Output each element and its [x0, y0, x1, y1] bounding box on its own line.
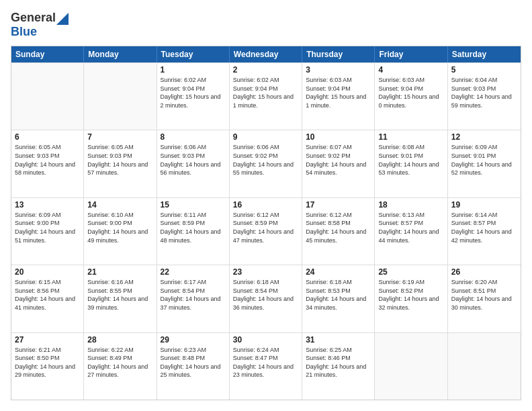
sun-info: Sunrise: 6:19 AM Sunset: 8:52 PM Dayligh… [378, 278, 443, 312]
day-number: 3 [306, 65, 371, 75]
day-number: 19 [451, 200, 517, 210]
calendar-header-cell: Saturday [448, 46, 521, 62]
day-number: 20 [15, 267, 80, 277]
day-number: 7 [87, 132, 152, 142]
calendar-header-cell: Monday [84, 46, 157, 62]
day-number: 30 [233, 335, 298, 345]
calendar-cell: 16Sunrise: 6:12 AM Sunset: 8:59 PM Dayli… [230, 198, 302, 265]
day-number: 18 [378, 200, 443, 210]
logo-general: General [11, 11, 56, 24]
sun-info: Sunrise: 6:06 AM Sunset: 9:03 PM Dayligh… [161, 143, 226, 177]
calendar-cell: 9Sunrise: 6:06 AM Sunset: 9:02 PM Daylig… [230, 130, 302, 197]
day-number: 14 [87, 200, 152, 210]
calendar-cell: 13Sunrise: 6:09 AM Sunset: 9:00 PM Dayli… [11, 198, 84, 265]
calendar-cell: 24Sunrise: 6:18 AM Sunset: 8:53 PM Dayli… [302, 265, 375, 332]
sun-info: Sunrise: 6:02 AM Sunset: 9:04 PM Dayligh… [233, 76, 298, 109]
calendar-week-row: 27Sunrise: 6:21 AM Sunset: 8:50 PM Dayli… [11, 332, 521, 400]
day-number: 25 [378, 267, 443, 277]
logo-text: General Blue [11, 11, 69, 39]
sun-info: Sunrise: 6:09 AM Sunset: 9:01 PM Dayligh… [451, 143, 517, 177]
sun-info: Sunrise: 6:04 AM Sunset: 9:03 PM Dayligh… [451, 76, 517, 109]
logo-triangle-icon [56, 13, 69, 25]
calendar-cell: 7Sunrise: 6:05 AM Sunset: 9:03 PM Daylig… [84, 130, 157, 197]
calendar-cell: 18Sunrise: 6:13 AM Sunset: 8:57 PM Dayli… [375, 198, 447, 265]
calendar-cell: 31Sunrise: 6:25 AM Sunset: 8:46 PM Dayli… [302, 333, 375, 400]
sun-info: Sunrise: 6:16 AM Sunset: 8:55 PM Dayligh… [87, 278, 152, 312]
sun-info: Sunrise: 6:13 AM Sunset: 8:57 PM Dayligh… [378, 211, 443, 244]
day-number: 10 [306, 132, 371, 142]
day-number: 29 [161, 335, 226, 345]
calendar-cell: 1Sunrise: 6:02 AM Sunset: 9:04 PM Daylig… [157, 63, 230, 130]
calendar-cell: 26Sunrise: 6:20 AM Sunset: 8:51 PM Dayli… [448, 265, 521, 332]
calendar-cell: 21Sunrise: 6:16 AM Sunset: 8:55 PM Dayli… [84, 265, 157, 332]
calendar-cell [448, 333, 521, 400]
calendar-cell: 29Sunrise: 6:23 AM Sunset: 8:48 PM Dayli… [157, 333, 230, 400]
sun-info: Sunrise: 6:18 AM Sunset: 8:54 PM Dayligh… [233, 278, 298, 312]
sun-info: Sunrise: 6:10 AM Sunset: 9:00 PM Dayligh… [87, 211, 152, 244]
calendar-cell: 15Sunrise: 6:11 AM Sunset: 8:59 PM Dayli… [157, 198, 230, 265]
calendar-cell: 5Sunrise: 6:04 AM Sunset: 9:03 PM Daylig… [448, 63, 521, 130]
sun-info: Sunrise: 6:07 AM Sunset: 9:02 PM Dayligh… [306, 143, 371, 177]
day-number: 9 [233, 132, 298, 142]
calendar-header-cell: Thursday [302, 46, 375, 62]
day-number: 1 [161, 65, 226, 75]
day-number: 17 [306, 200, 371, 210]
day-number: 23 [233, 267, 298, 277]
calendar-cell: 12Sunrise: 6:09 AM Sunset: 9:01 PM Dayli… [448, 130, 521, 197]
calendar-cell: 6Sunrise: 6:05 AM Sunset: 9:03 PM Daylig… [11, 130, 84, 197]
calendar-cell: 14Sunrise: 6:10 AM Sunset: 9:00 PM Dayli… [84, 198, 157, 265]
day-number: 27 [15, 335, 80, 345]
calendar-week-row: 13Sunrise: 6:09 AM Sunset: 9:00 PM Dayli… [11, 197, 521, 265]
sun-info: Sunrise: 6:08 AM Sunset: 9:01 PM Dayligh… [378, 143, 443, 177]
sun-info: Sunrise: 6:17 AM Sunset: 8:54 PM Dayligh… [161, 278, 226, 312]
sun-info: Sunrise: 6:03 AM Sunset: 9:04 PM Dayligh… [306, 76, 371, 109]
calendar-cell: 3Sunrise: 6:03 AM Sunset: 9:04 PM Daylig… [302, 63, 375, 130]
day-number: 12 [451, 132, 517, 142]
calendar-cell: 10Sunrise: 6:07 AM Sunset: 9:02 PM Dayli… [302, 130, 375, 197]
day-number: 22 [161, 267, 226, 277]
calendar: SundayMondayTuesdayWednesdayThursdayFrid… [11, 46, 521, 400]
day-number: 11 [378, 132, 443, 142]
calendar-header-cell: Wednesday [230, 46, 302, 62]
sun-info: Sunrise: 6:09 AM Sunset: 9:00 PM Dayligh… [15, 211, 80, 244]
sun-info: Sunrise: 6:14 AM Sunset: 8:57 PM Dayligh… [451, 211, 517, 244]
sun-info: Sunrise: 6:12 AM Sunset: 8:59 PM Dayligh… [233, 211, 298, 244]
sun-info: Sunrise: 6:20 AM Sunset: 8:51 PM Dayligh… [451, 278, 517, 312]
sun-info: Sunrise: 6:18 AM Sunset: 8:53 PM Dayligh… [306, 278, 371, 312]
sun-info: Sunrise: 6:23 AM Sunset: 8:48 PM Dayligh… [161, 346, 226, 379]
calendar-cell: 25Sunrise: 6:19 AM Sunset: 8:52 PM Dayli… [375, 265, 447, 332]
calendar-cell: 8Sunrise: 6:06 AM Sunset: 9:03 PM Daylig… [157, 130, 230, 197]
calendar-body: 1Sunrise: 6:02 AM Sunset: 9:04 PM Daylig… [11, 62, 521, 400]
sun-info: Sunrise: 6:02 AM Sunset: 9:04 PM Dayligh… [161, 76, 226, 109]
calendar-week-row: 1Sunrise: 6:02 AM Sunset: 9:04 PM Daylig… [11, 62, 521, 130]
calendar-cell: 22Sunrise: 6:17 AM Sunset: 8:54 PM Dayli… [157, 265, 230, 332]
calendar-cell: 17Sunrise: 6:12 AM Sunset: 8:58 PM Dayli… [302, 198, 375, 265]
header: General Blue [11, 11, 521, 39]
sun-info: Sunrise: 6:06 AM Sunset: 9:02 PM Dayligh… [233, 143, 298, 177]
day-number: 31 [306, 335, 371, 345]
sun-info: Sunrise: 6:25 AM Sunset: 8:46 PM Dayligh… [306, 346, 371, 379]
calendar-header-cell: Friday [375, 46, 447, 62]
calendar-cell: 28Sunrise: 6:22 AM Sunset: 8:49 PM Dayli… [84, 333, 157, 400]
sun-info: Sunrise: 6:03 AM Sunset: 9:04 PM Dayligh… [378, 76, 443, 109]
calendar-cell: 27Sunrise: 6:21 AM Sunset: 8:50 PM Dayli… [11, 333, 84, 400]
day-number: 24 [306, 267, 371, 277]
calendar-cell: 30Sunrise: 6:24 AM Sunset: 8:47 PM Dayli… [230, 333, 302, 400]
day-number: 6 [15, 132, 80, 142]
day-number: 4 [378, 65, 443, 75]
day-number: 21 [87, 267, 152, 277]
day-number: 26 [451, 267, 517, 277]
day-number: 8 [161, 132, 226, 142]
day-number: 13 [15, 200, 80, 210]
calendar-cell: 2Sunrise: 6:02 AM Sunset: 9:04 PM Daylig… [230, 63, 302, 130]
sun-info: Sunrise: 6:24 AM Sunset: 8:47 PM Dayligh… [233, 346, 298, 379]
calendar-cell: 23Sunrise: 6:18 AM Sunset: 8:54 PM Dayli… [230, 265, 302, 332]
svg-marker-0 [56, 13, 69, 25]
sun-info: Sunrise: 6:12 AM Sunset: 8:58 PM Dayligh… [306, 211, 371, 244]
sun-info: Sunrise: 6:21 AM Sunset: 8:50 PM Dayligh… [15, 346, 80, 379]
logo: General Blue [11, 11, 69, 39]
sun-info: Sunrise: 6:05 AM Sunset: 9:03 PM Dayligh… [15, 143, 80, 177]
calendar-cell [84, 63, 157, 130]
sun-info: Sunrise: 6:15 AM Sunset: 8:56 PM Dayligh… [15, 278, 80, 312]
calendar-cell: 20Sunrise: 6:15 AM Sunset: 8:56 PM Dayli… [11, 265, 84, 332]
